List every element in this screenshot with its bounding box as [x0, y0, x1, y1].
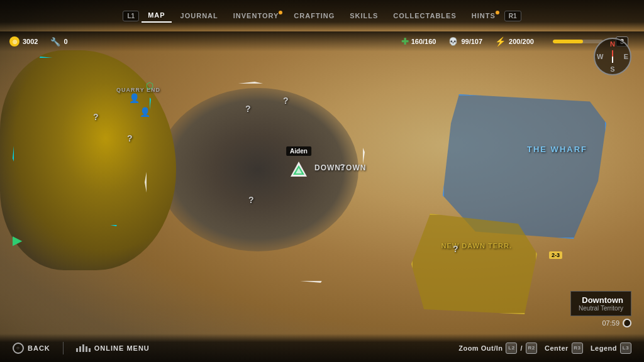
compass-west: W: [597, 53, 603, 60]
question-mark-1: ?: [245, 104, 251, 114]
exit-icon: ▶: [13, 233, 22, 248]
question-mark-4: ?: [453, 244, 458, 254]
tab-hints[interactable]: HINTS: [465, 9, 502, 22]
location-name: Downtown: [579, 295, 623, 305]
question-mark-5: ?: [93, 112, 99, 122]
time-value: 07:59: [602, 319, 619, 327]
hints-dot: [496, 11, 499, 14]
online-menu-icon: [76, 344, 91, 352]
tool-stat: 🔧 0: [50, 37, 67, 47]
legend-label: Legend: [591, 344, 617, 352]
legend-control[interactable]: Legend L3: [591, 343, 631, 354]
r1-button[interactable]: R1: [504, 11, 521, 21]
coins-stat: ◎ 3002: [9, 36, 38, 47]
energy-stat: ⚡ 200/200: [495, 36, 534, 47]
kills-value: 99/107: [461, 38, 482, 45]
health-value: 160/160: [411, 38, 436, 45]
energy-value: 200/200: [509, 38, 534, 45]
question-mark-3: ?: [340, 162, 345, 172]
skull-icon: 💀: [448, 37, 458, 46]
divider-1: [63, 342, 64, 354]
new-dawn-label: NEW DAWN TERR.: [441, 242, 512, 250]
compass-east: E: [624, 53, 628, 60]
person-icon-2: 👤: [140, 107, 150, 117]
downtown-region: [145, 82, 365, 283]
location-info-panel: Downtown Neutral Territory 07:59: [570, 291, 631, 327]
nav-tabs: MAP JOURNAL INVENTORY CRAFTING SKILLS CO…: [142, 9, 502, 23]
back-label: Back: [28, 344, 50, 352]
zoom-label: Zoom Out/In: [458, 344, 502, 352]
tab-skills[interactable]: SKILLS: [343, 9, 384, 22]
compass-needle: [612, 50, 613, 63]
l2-button: L2: [506, 343, 517, 354]
tab-journal[interactable]: JOURNAL: [174, 9, 225, 22]
location-info-box: Downtown Neutral Territory: [570, 291, 631, 316]
coin-icon: ◎: [9, 36, 19, 47]
safe-zone-icon: ⬡: [146, 80, 153, 90]
location-type: Neutral Territory: [579, 305, 623, 312]
player-label: Aiden: [286, 146, 311, 156]
online-menu-button[interactable]: ONLINE MENU: [76, 344, 150, 352]
top-navigation: L1 MAP JOURNAL INVENTORY CRAFTING SKILLS…: [0, 0, 644, 31]
center-control[interactable]: Center R3: [545, 343, 583, 354]
bottom-bar: ○ Back ONLINE MENU Zoom Out/In L2: [0, 334, 644, 362]
bottom-left-controls: ○ Back ONLINE MENU: [13, 342, 150, 354]
time-display: 07:59: [570, 319, 631, 327]
question-mark-2: ?: [283, 96, 289, 106]
back-button[interactable]: ○ Back: [13, 343, 50, 354]
tab-collectables[interactable]: COLLECTABLES: [387, 9, 462, 22]
stats-bar: ◎ 3002 🔧 0 ✚ 160/160 💀 99/107 ⚡ 2: [0, 31, 644, 52]
tab-crafting[interactable]: CRAFTING: [287, 9, 341, 22]
circle-button-icon: ○: [13, 343, 24, 354]
question-mark-7: ?: [248, 195, 254, 205]
quarry-label: QUARRY END: [116, 87, 160, 93]
compass-north: N: [610, 40, 615, 48]
location-badge: 2-3: [549, 251, 562, 259]
tool-value: 0: [64, 38, 67, 45]
compass-south: S: [610, 65, 614, 73]
lightning-icon: ⚡: [495, 36, 506, 47]
player-marker: Aiden: [289, 160, 308, 179]
r2-button: R2: [526, 343, 537, 354]
kills-stat: 💀 99/107: [448, 37, 482, 46]
person-icon-1: 👤: [129, 93, 140, 103]
compass-circle: N S W E: [594, 38, 631, 75]
l1-button[interactable]: L1: [123, 11, 139, 21]
center-label: Center: [545, 344, 569, 352]
health-icon: ✚: [401, 36, 409, 47]
player-icon: [289, 160, 308, 179]
compass: N S W E: [594, 38, 631, 75]
moon-icon: [623, 319, 631, 327]
new-dawn-region: [411, 214, 537, 314]
r3-button: R3: [572, 343, 583, 354]
health-stat: ✚ 160/160: [401, 36, 436, 47]
question-mark-6: ?: [127, 133, 133, 143]
tab-map[interactable]: MAP: [142, 9, 171, 23]
zoom-control[interactable]: Zoom Out/In L2 / R2: [458, 343, 537, 354]
game-map: DOWNTOWN THE WHARF NEW DAWN TERR. QUARRY…: [0, 0, 644, 362]
the-wharf-label: THE WHARF: [527, 145, 587, 154]
exp-fill: [553, 40, 583, 43]
inventory-dot: [279, 11, 282, 14]
wharf-region: [443, 94, 606, 239]
zoom-slash: /: [520, 344, 523, 352]
tab-inventory[interactable]: INVENTORY: [227, 9, 286, 22]
online-menu-label: ONLINE MENU: [94, 344, 150, 352]
l3-button: L3: [620, 343, 631, 354]
wrench-icon: 🔧: [50, 37, 60, 47]
coins-value: 3002: [23, 38, 38, 45]
bottom-right-controls: Zoom Out/In L2 / R2 Center R3 Legend L3: [458, 343, 631, 354]
